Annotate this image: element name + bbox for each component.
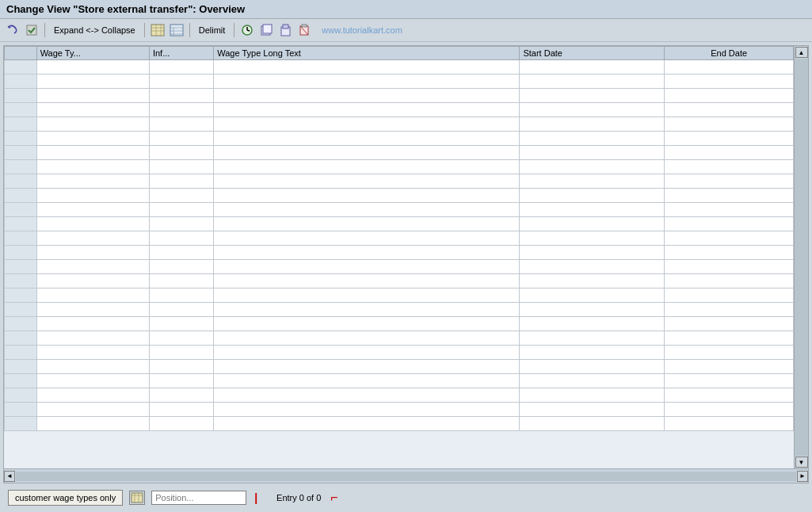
svg-rect-21	[132, 493, 143, 502]
separator-1	[44, 23, 45, 37]
expand-collapse-button[interactable]: Expand <-> Collapse	[50, 23, 139, 37]
table-row	[5, 260, 794, 274]
separator-4	[234, 23, 234, 37]
clock-icon[interactable]	[239, 22, 255, 38]
corner-bracket: ⌐	[330, 491, 337, 504]
col-startdate: Start Date	[520, 47, 665, 60]
position-input[interactable]	[151, 491, 246, 505]
scroll-right-button[interactable]: ►	[797, 471, 808, 482]
separator-3	[189, 23, 190, 37]
data-table: Wage Ty... Inf... Wage Type Long Text St…	[4, 46, 794, 431]
table-row	[5, 60, 794, 75]
table-row	[5, 374, 794, 388]
delete-icon[interactable]	[296, 22, 312, 38]
table-row	[5, 274, 794, 288]
table-row	[5, 231, 794, 246]
table-row	[5, 160, 794, 174]
copy-icon[interactable]	[258, 22, 274, 38]
table-row	[5, 132, 794, 146]
svg-rect-20	[302, 25, 307, 27]
title-bar: Change View "Store external transfer": O…	[0, 0, 812, 19]
table-row	[5, 117, 794, 132]
table-row	[5, 89, 794, 103]
svg-rect-15	[263, 25, 272, 33]
table-row	[5, 174, 794, 189]
table-row	[5, 403, 794, 417]
table-row	[5, 388, 794, 403]
page-title: Change View "Store external transfer": O…	[6, 3, 245, 15]
h-scroll-track[interactable]	[16, 472, 796, 481]
table-small-icon[interactable]	[129, 491, 145, 505]
table-row	[5, 331, 794, 346]
scroll-down-button[interactable]: ▼	[795, 457, 808, 468]
table-container: Wage Ty... Inf... Wage Type Long Text St…	[3, 45, 809, 483]
table-row	[5, 246, 794, 260]
separator-2	[144, 23, 145, 37]
watermark: www.tutorialkart.com	[322, 25, 402, 35]
customer-wage-types-button[interactable]: customer wage types only	[8, 490, 123, 506]
table-row	[5, 103, 794, 117]
table-row	[5, 360, 794, 374]
col-select	[5, 47, 37, 60]
table-row	[5, 346, 794, 360]
delimit-label: Delimit	[199, 25, 226, 35]
table-row	[5, 75, 794, 89]
undo-icon[interactable]	[5, 22, 21, 38]
svg-rect-1	[151, 25, 164, 36]
entry-count: Entry 0 of 0	[276, 493, 321, 502]
svg-rect-0	[27, 25, 36, 35]
svg-line-13	[247, 30, 250, 31]
scroll-up-button[interactable]: ▲	[795, 47, 808, 58]
svg-rect-17	[283, 25, 288, 29]
expand-collapse-label: Expand <-> Collapse	[54, 25, 135, 35]
scroll-track[interactable]	[795, 59, 808, 456]
details-icon[interactable]	[169, 22, 185, 38]
table-header: Wage Ty... Inf... Wage Type Long Text St…	[5, 47, 794, 60]
toolbar: Expand <-> Collapse	[0, 19, 812, 42]
col-enddate: End Date	[665, 47, 794, 60]
col-inf: Inf...	[149, 47, 213, 60]
table-row	[5, 146, 794, 160]
vertical-scrollbar[interactable]: ▲ ▼	[794, 46, 808, 468]
cursor-indicator: |	[254, 491, 257, 504]
paste-icon[interactable]	[277, 22, 293, 38]
horizontal-scrollbar[interactable]: ◄ ►	[4, 468, 808, 483]
table-row	[5, 217, 794, 231]
col-wagety: Wage Ty...	[36, 47, 149, 60]
check-icon[interactable]	[24, 22, 40, 38]
delimit-button[interactable]: Delimit	[195, 23, 230, 37]
table-row	[5, 417, 794, 431]
table-row	[5, 189, 794, 203]
table-row	[5, 303, 794, 317]
table-row	[5, 288, 794, 303]
status-bar: customer wage types only | Entry 0 of 0 …	[3, 487, 809, 509]
table-row	[5, 317, 794, 331]
main-content: Wage Ty... Inf... Wage Type Long Text St…	[0, 42, 812, 512]
main-window: Change View "Store external transfer": O…	[0, 0, 812, 512]
table-row	[5, 203, 794, 217]
table-view-icon[interactable]	[150, 22, 166, 38]
scroll-left-button[interactable]: ◄	[4, 471, 15, 482]
col-longtext: Wage Type Long Text	[214, 47, 520, 60]
